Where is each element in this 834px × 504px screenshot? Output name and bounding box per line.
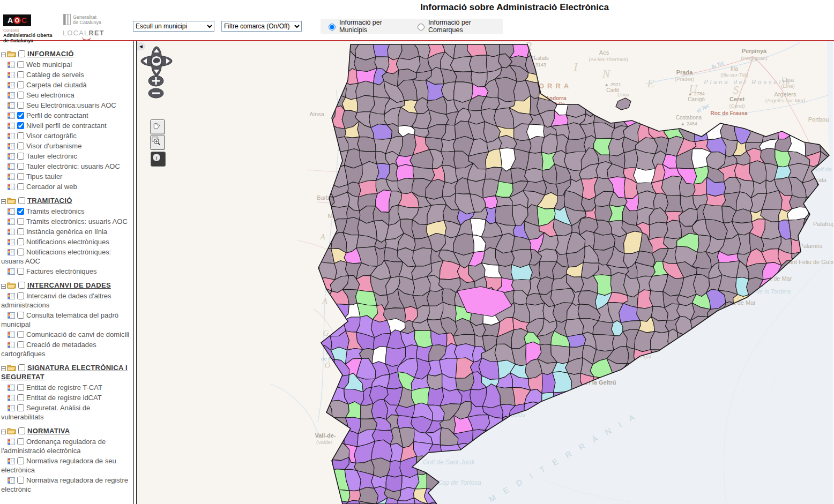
group-checkbox[interactable]	[18, 364, 25, 371]
layer-checkbox[interactable]	[17, 122, 24, 129]
folder-icon	[7, 282, 16, 289]
municipality-cell[interactable]	[454, 82, 473, 103]
municipality-cell[interactable]	[593, 334, 614, 351]
municipality-cell[interactable]	[386, 475, 402, 492]
gencat-line2: de Catalunya	[73, 20, 101, 25]
layer-checkbox[interactable]	[17, 238, 24, 245]
municipality-cell[interactable]	[609, 137, 624, 156]
layer-legend-icon	[8, 395, 15, 401]
aoc-consorci-label: Consorci	[3, 28, 53, 33]
layer-checkbox[interactable]	[17, 71, 24, 78]
localret-part2: RET	[89, 29, 105, 37]
layer-checkbox[interactable]	[17, 92, 24, 99]
layer-label: Tauler electrònic	[26, 152, 77, 160]
municipality-cell[interactable]	[451, 56, 472, 72]
map-label: I	[574, 61, 578, 73]
layer-checkbox[interactable]	[17, 183, 24, 190]
layer-label: Cercador al web	[26, 183, 77, 191]
map-viewport[interactable]: ◄	[136, 41, 833, 504]
collapse-toggle-icon[interactable]	[1, 199, 6, 204]
municipality-select[interactable]: Escull un municipi	[133, 21, 214, 32]
layer-checkbox[interactable]	[17, 81, 24, 88]
folder-icon	[7, 197, 16, 204]
catalonia-map[interactable]: Benasc(Benás/Benasque)Aneto▲ 3404Ainsael…	[137, 41, 833, 504]
municipality-cell[interactable]	[483, 196, 497, 209]
map-label: G	[323, 329, 329, 337]
layer-checkbox[interactable]	[17, 331, 24, 338]
map-label: Ó	[325, 361, 331, 370]
map-label: (Ille-sur-Têt)	[720, 72, 748, 78]
layer-item: Nivell perfil de contractant	[1, 121, 133, 130]
layer-item: Tràmits electrònics	[1, 207, 133, 216]
info-tool-button[interactable]: i	[151, 152, 166, 167]
municipality-cell[interactable]	[511, 265, 532, 280]
group-checkbox[interactable]	[18, 50, 25, 57]
layer-checkbox[interactable]	[17, 173, 24, 180]
zoom-box-tool-button[interactable]	[150, 135, 165, 150]
layer-legend-icon	[8, 208, 15, 215]
layer-checkbox[interactable]	[17, 102, 24, 109]
layer-checkbox[interactable]	[17, 132, 24, 139]
layer-group: INTERCANVI DE DADES	[1, 281, 133, 290]
municipality-cell[interactable]	[624, 149, 638, 169]
map-label: (Perpignan)	[741, 55, 768, 61]
collapse-toggle-icon[interactable]	[1, 366, 6, 371]
group-checkbox[interactable]	[18, 427, 25, 434]
map-label: Acs	[599, 49, 609, 56]
municipality-cell[interactable]	[358, 137, 376, 152]
layer-checkbox[interactable]	[17, 457, 24, 464]
map-label: Plana del Rosselló	[704, 79, 791, 85]
collapse-toggle-icon[interactable]	[1, 52, 6, 57]
layer-legend-icon	[8, 249, 15, 255]
map-label: Llívia	[617, 92, 630, 97]
layer-checkbox[interactable]	[17, 292, 24, 299]
layer-checkbox[interactable]	[17, 142, 24, 149]
layer-checkbox[interactable]	[17, 112, 24, 119]
localret-logo: LOCALRET	[63, 29, 105, 37]
layer-checkbox[interactable]	[17, 341, 24, 348]
comarca-filter-select[interactable]: Filtre comarca (On/Off)	[221, 21, 302, 32]
radio-comarques[interactable]: Informació per Comarques	[415, 19, 503, 34]
municipality-cell[interactable]	[470, 55, 487, 73]
municipality-cell[interactable]	[525, 168, 544, 183]
radio-comarques-input[interactable]	[418, 24, 425, 31]
layer-checkbox[interactable]	[17, 394, 24, 401]
group-checkbox[interactable]	[18, 197, 25, 204]
layer-checkbox[interactable]	[17, 153, 24, 160]
layer-legend-icon	[8, 439, 15, 445]
group-checkbox[interactable]	[18, 282, 25, 289]
layer-checkbox[interactable]	[17, 208, 24, 215]
municipality-cell[interactable]	[414, 330, 433, 348]
layer-label: Catàleg de serveis	[26, 71, 84, 79]
layer-checkbox[interactable]	[17, 312, 24, 319]
layer-checkbox[interactable]	[17, 228, 24, 235]
layer-item: Cercador al web	[1, 182, 133, 191]
municipality-cell[interactable]	[412, 388, 430, 405]
layer-checkbox[interactable]	[17, 438, 24, 445]
layer-checkbox[interactable]	[17, 477, 24, 484]
layer-checkbox[interactable]	[17, 384, 24, 391]
municipality-cell[interactable]	[427, 374, 442, 390]
info-mode-radiobar: Informació per Municipis Informació per …	[321, 19, 503, 34]
radio-municipis[interactable]: Informació per Municipis	[326, 19, 407, 34]
pan-hand-tool-button[interactable]	[150, 119, 165, 134]
municipality-cell[interactable]	[413, 248, 432, 266]
collapse-toggle-icon[interactable]	[1, 430, 6, 434]
layer-checkbox[interactable]	[17, 249, 24, 255]
layer-legend-icon	[8, 123, 15, 129]
municipality-cell[interactable]	[495, 181, 513, 197]
municipality-cell[interactable]	[453, 234, 474, 255]
collapse-toggle-icon[interactable]	[1, 284, 6, 289]
municipality-cell[interactable]	[566, 138, 586, 154]
layer-checkbox[interactable]	[17, 218, 24, 225]
layer-checkbox[interactable]	[17, 268, 24, 275]
radio-municipis-input[interactable]	[329, 24, 336, 31]
layer-item: Factures electròniques	[1, 267, 133, 276]
layer-checkbox[interactable]	[17, 163, 24, 170]
layer-item: Consulta telemàtica del padró municipal	[1, 311, 133, 329]
layer-checkbox[interactable]	[17, 404, 24, 411]
layer-checkbox[interactable]	[17, 61, 24, 68]
map-label: Elna	[782, 77, 794, 83]
layer-label: Web municipal	[26, 61, 72, 69]
svg-text:i: i	[155, 154, 157, 161]
